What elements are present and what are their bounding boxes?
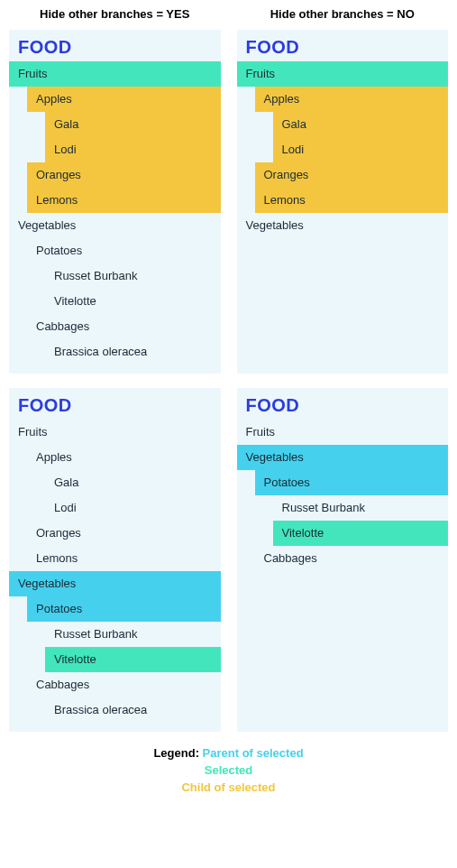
panel-no-fruits: FOOD FruitsApplesGalaLodiOrangesLemonsVe… [237, 30, 449, 374]
tree-item[interactable]: Lemons [9, 546, 221, 571]
tree-item-label: Russet Burbank [9, 269, 138, 282]
panel-title: FOOD [237, 388, 449, 420]
tree-item-label: Vitelotte [45, 652, 96, 666]
tree-item-label: Gala [9, 476, 78, 489]
tree-item-label: Apples [27, 92, 72, 106]
tree-item-label: Fruits [9, 425, 48, 439]
tree-item[interactable]: Fruits [237, 420, 449, 445]
tree-item[interactable]: Lodi [9, 495, 221, 521]
tree-item-label: Vegetables [9, 577, 76, 590]
tree-item-label: Apples [9, 450, 72, 464]
tree-item-label: Lodi [273, 143, 305, 156]
tree-item-label: Oranges [255, 168, 309, 181]
tree-item-label: Vegetables [237, 450, 304, 464]
tree-item[interactable]: Potatoes [9, 238, 221, 263]
legend-selected: Selected [205, 763, 252, 777]
tree-item-label: Potatoes [255, 476, 310, 489]
panel-yes-fruits: FOOD FruitsApplesGalaLodiOrangesLemonsVe… [9, 30, 221, 374]
tree-item[interactable]: Lodi [273, 137, 449, 162]
tree-item[interactable]: Oranges [9, 521, 221, 546]
tree-item-label: Vitelotte [273, 526, 324, 540]
tree-item[interactable]: Potatoes [255, 470, 449, 495]
tree-item-label: Russet Burbank [237, 501, 366, 514]
tree-item[interactable]: Cabbages [237, 546, 449, 571]
panel-yes-vitelotte: FOOD FruitsApplesGalaLodiOrangesLemonsVe… [9, 388, 221, 732]
tree-item[interactable]: Vegetables [9, 213, 221, 238]
panels-grid: FOOD FruitsApplesGalaLodiOrangesLemonsVe… [9, 30, 448, 732]
tree-item[interactable]: Vitelotte [273, 521, 449, 546]
tree-item[interactable]: Brassica oleracea [9, 697, 221, 723]
tree-item-label: Potatoes [27, 602, 82, 615]
tree-item-label: Fruits [237, 67, 276, 80]
tree-item-label: Russet Burbank [9, 627, 138, 641]
column-headers: Hide other branches = YES Hide other bra… [9, 7, 448, 21]
tree-item[interactable]: Russet Burbank [9, 622, 221, 647]
tree-item[interactable]: Cabbages [9, 314, 221, 339]
tree-item[interactable]: Brassica oleracea [9, 339, 221, 365]
tree-item[interactable]: Lemons [255, 188, 449, 213]
legend-child: Child of selected [181, 780, 275, 794]
tree-item-label: Gala [273, 117, 306, 131]
tree-item[interactable]: Gala [9, 470, 221, 495]
tree-item-label: Lodi [9, 501, 77, 514]
tree-item-label: Oranges [9, 526, 81, 540]
tree-item-label: Lemons [27, 193, 78, 207]
tree-item[interactable]: Russet Burbank [9, 263, 221, 289]
legend: Legend: Parent of selected Selected Chil… [9, 744, 448, 796]
tree-item[interactable]: Fruits [9, 61, 221, 87]
tree-item[interactable]: Vegetables [9, 571, 221, 596]
tree-item-label: Potatoes [9, 244, 82, 257]
tree-item-label: Gala [45, 117, 78, 131]
panel-title: FOOD [9, 30, 221, 61]
panel-title: FOOD [9, 388, 221, 420]
tree-item[interactable]: Fruits [9, 420, 221, 445]
tree-item[interactable]: Gala [45, 112, 221, 137]
tree-item-label: Vitelotte [9, 294, 96, 308]
column-header-no: Hide other branches = NO [237, 7, 449, 21]
tree-item-label: Lemons [255, 193, 306, 207]
tree-item[interactable]: Apples [255, 87, 449, 112]
tree-item-label: Lodi [45, 143, 77, 156]
tree-item[interactable]: Vegetables [237, 445, 449, 470]
tree-item[interactable]: Lodi [45, 137, 221, 162]
tree-item[interactable]: Apples [9, 445, 221, 470]
tree-item[interactable]: Russet Burbank [237, 495, 449, 521]
tree-item[interactable]: Fruits [237, 61, 449, 87]
tree-item[interactable]: Vitelotte [45, 647, 221, 672]
tree-item-label: Lemons [9, 551, 78, 565]
panel-no-vitelotte: FOOD FruitsVegetablesPotatoesRusset Burb… [237, 388, 449, 732]
tree-item-label: Vegetables [237, 218, 304, 232]
legend-label: Legend: [153, 746, 199, 760]
tree-item-label: Fruits [9, 67, 48, 80]
column-header-yes: Hide other branches = YES [9, 7, 221, 21]
tree-item[interactable]: Vitelotte [9, 289, 221, 314]
tree-item[interactable]: Oranges [27, 162, 221, 188]
tree-item-label: Apples [255, 92, 300, 106]
tree-item[interactable]: Cabbages [9, 672, 221, 697]
tree-item[interactable]: Oranges [255, 162, 449, 188]
tree-item-label: Cabbages [9, 678, 89, 691]
tree-item[interactable]: Lemons [27, 188, 221, 213]
tree-item[interactable]: Gala [273, 112, 449, 137]
tree-item-label: Cabbages [9, 319, 89, 333]
panel-title: FOOD [237, 30, 449, 61]
tree-item-label: Cabbages [237, 551, 317, 565]
tree-item-label: Fruits [237, 425, 276, 439]
tree-item-label: Oranges [27, 168, 81, 181]
tree-item[interactable]: Apples [27, 87, 221, 112]
tree-item-label: Brassica oleracea [9, 703, 147, 716]
legend-parent: Parent of selected [203, 746, 304, 760]
tree-item[interactable]: Potatoes [27, 596, 221, 622]
tree-item-label: Brassica oleracea [9, 345, 147, 358]
tree-item[interactable]: Vegetables [237, 213, 449, 238]
tree-item-label: Vegetables [9, 218, 76, 232]
